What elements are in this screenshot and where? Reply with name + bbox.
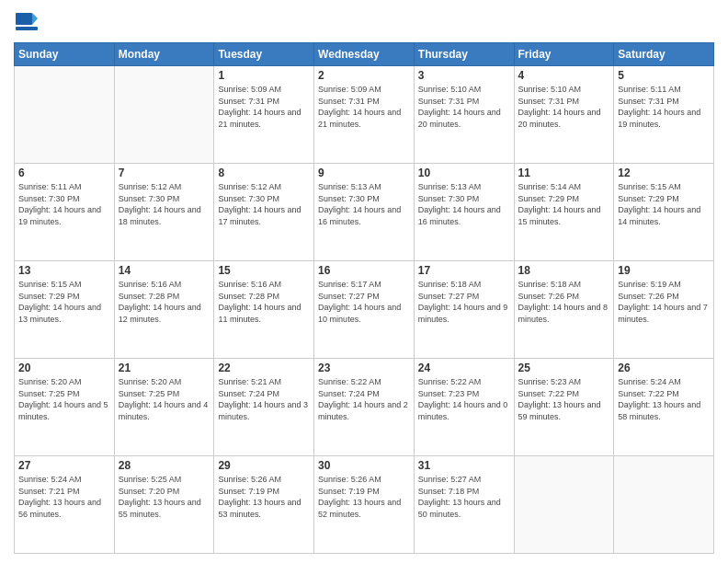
- day-number: 16: [318, 264, 410, 277]
- day-number: 17: [418, 264, 510, 277]
- day-info: Sunrise: 5:27 AMSunset: 7:18 PMDaylight:…: [418, 474, 510, 520]
- day-number: 10: [418, 167, 510, 179]
- day-number: 12: [618, 167, 710, 179]
- calendar-header-thursday: Thursday: [414, 43, 514, 66]
- day-info: Sunrise: 5:09 AMSunset: 7:31 PMDaylight:…: [218, 84, 310, 130]
- calendar-cell: 2Sunrise: 5:09 AMSunset: 7:31 PMDaylight…: [314, 66, 415, 164]
- day-info: Sunrise: 5:21 AMSunset: 7:24 PMDaylight:…: [218, 376, 310, 422]
- calendar-cell: [514, 456, 614, 554]
- calendar-cell: 17Sunrise: 5:18 AMSunset: 7:27 PMDayligh…: [414, 261, 514, 359]
- calendar-cell: 3Sunrise: 5:10 AMSunset: 7:31 PMDaylight…: [414, 66, 514, 164]
- day-number: 21: [119, 362, 210, 374]
- day-number: 31: [418, 459, 510, 472]
- calendar-cell: 20Sunrise: 5:20 AMSunset: 7:25 PMDayligh…: [15, 359, 115, 456]
- day-number: 30: [318, 459, 410, 472]
- day-info: Sunrise: 5:26 AMSunset: 7:19 PMDaylight:…: [318, 474, 410, 520]
- day-number: 24: [418, 362, 510, 374]
- logo: [14, 9, 43, 35]
- day-number: 28: [119, 459, 210, 472]
- calendar-cell: 23Sunrise: 5:22 AMSunset: 7:24 PMDayligh…: [314, 359, 415, 456]
- calendar-header-friday: Friday: [514, 43, 614, 66]
- day-number: 18: [518, 264, 610, 277]
- calendar-table: SundayMondayTuesdayWednesdayThursdayFrid…: [14, 42, 714, 554]
- calendar-cell: 28Sunrise: 5:25 AMSunset: 7:20 PMDayligh…: [114, 456, 214, 554]
- day-number: 23: [318, 362, 410, 374]
- calendar-cell: 13Sunrise: 5:15 AMSunset: 7:29 PMDayligh…: [15, 261, 115, 359]
- day-number: 13: [18, 264, 110, 277]
- day-number: 27: [18, 459, 110, 472]
- day-info: Sunrise: 5:13 AMSunset: 7:30 PMDaylight:…: [418, 181, 510, 227]
- calendar-cell: 31Sunrise: 5:27 AMSunset: 7:18 PMDayligh…: [414, 456, 514, 554]
- day-info: Sunrise: 5:15 AMSunset: 7:29 PMDaylight:…: [618, 181, 710, 227]
- day-info: Sunrise: 5:17 AMSunset: 7:27 PMDaylight:…: [318, 279, 410, 325]
- day-info: Sunrise: 5:25 AMSunset: 7:20 PMDaylight:…: [119, 474, 210, 520]
- calendar-header-monday: Monday: [114, 43, 214, 66]
- day-info: Sunrise: 5:19 AMSunset: 7:26 PMDaylight:…: [618, 279, 710, 325]
- svg-marker-1: [32, 13, 38, 25]
- calendar-cell: 10Sunrise: 5:13 AMSunset: 7:30 PMDayligh…: [414, 164, 514, 261]
- svg-rect-0: [16, 13, 32, 25]
- calendar-cell: 6Sunrise: 5:11 AMSunset: 7:30 PMDaylight…: [15, 164, 115, 261]
- calendar-cell: 16Sunrise: 5:17 AMSunset: 7:27 PMDayligh…: [314, 261, 415, 359]
- calendar-cell: 12Sunrise: 5:15 AMSunset: 7:29 PMDayligh…: [614, 164, 714, 261]
- calendar-week-row: 6Sunrise: 5:11 AMSunset: 7:30 PMDaylight…: [15, 164, 714, 261]
- calendar-cell: 22Sunrise: 5:21 AMSunset: 7:24 PMDayligh…: [214, 359, 314, 456]
- calendar-cell: [15, 66, 115, 164]
- day-info: Sunrise: 5:12 AMSunset: 7:30 PMDaylight:…: [218, 181, 310, 227]
- day-info: Sunrise: 5:15 AMSunset: 7:29 PMDaylight:…: [18, 279, 110, 325]
- day-number: 25: [518, 362, 610, 374]
- day-info: Sunrise: 5:20 AMSunset: 7:25 PMDaylight:…: [18, 376, 110, 422]
- calendar-cell: 8Sunrise: 5:12 AMSunset: 7:30 PMDaylight…: [214, 164, 314, 261]
- day-number: 19: [618, 264, 710, 277]
- day-info: Sunrise: 5:22 AMSunset: 7:23 PMDaylight:…: [418, 376, 510, 422]
- day-info: Sunrise: 5:11 AMSunset: 7:30 PMDaylight:…: [18, 181, 110, 227]
- calendar-cell: 15Sunrise: 5:16 AMSunset: 7:28 PMDayligh…: [214, 261, 314, 359]
- day-info: Sunrise: 5:22 AMSunset: 7:24 PMDaylight:…: [318, 376, 410, 422]
- logo-icon: [14, 9, 40, 35]
- day-number: 20: [18, 362, 110, 374]
- calendar-header-row: SundayMondayTuesdayWednesdayThursdayFrid…: [15, 43, 714, 66]
- calendar-cell: 24Sunrise: 5:22 AMSunset: 7:23 PMDayligh…: [414, 359, 514, 456]
- calendar-header-tuesday: Tuesday: [214, 43, 314, 66]
- day-number: 22: [218, 362, 310, 374]
- calendar-cell: 26Sunrise: 5:24 AMSunset: 7:22 PMDayligh…: [614, 359, 714, 456]
- calendar-cell: [114, 66, 214, 164]
- day-number: 29: [218, 459, 310, 472]
- day-number: 1: [218, 69, 310, 82]
- day-info: Sunrise: 5:12 AMSunset: 7:30 PMDaylight:…: [119, 181, 210, 227]
- calendar-week-row: 1Sunrise: 5:09 AMSunset: 7:31 PMDaylight…: [15, 66, 714, 164]
- day-number: 6: [18, 167, 110, 179]
- calendar-cell: 30Sunrise: 5:26 AMSunset: 7:19 PMDayligh…: [314, 456, 415, 554]
- calendar-cell: 1Sunrise: 5:09 AMSunset: 7:31 PMDaylight…: [214, 66, 314, 164]
- day-number: 14: [119, 264, 210, 277]
- calendar-header-wednesday: Wednesday: [314, 43, 415, 66]
- day-info: Sunrise: 5:18 AMSunset: 7:26 PMDaylight:…: [518, 279, 610, 325]
- calendar-cell: [614, 456, 714, 554]
- day-info: Sunrise: 5:09 AMSunset: 7:31 PMDaylight:…: [318, 84, 410, 130]
- calendar-cell: 21Sunrise: 5:20 AMSunset: 7:25 PMDayligh…: [114, 359, 214, 456]
- calendar-header-sunday: Sunday: [15, 43, 115, 66]
- calendar-cell: 11Sunrise: 5:14 AMSunset: 7:29 PMDayligh…: [514, 164, 614, 261]
- calendar-week-row: 13Sunrise: 5:15 AMSunset: 7:29 PMDayligh…: [15, 261, 714, 359]
- day-info: Sunrise: 5:24 AMSunset: 7:21 PMDaylight:…: [18, 474, 110, 520]
- calendar-week-row: 20Sunrise: 5:20 AMSunset: 7:25 PMDayligh…: [15, 359, 714, 456]
- calendar-cell: 19Sunrise: 5:19 AMSunset: 7:26 PMDayligh…: [614, 261, 714, 359]
- calendar-cell: 14Sunrise: 5:16 AMSunset: 7:28 PMDayligh…: [114, 261, 214, 359]
- calendar-cell: 27Sunrise: 5:24 AMSunset: 7:21 PMDayligh…: [15, 456, 115, 554]
- calendar-week-row: 27Sunrise: 5:24 AMSunset: 7:21 PMDayligh…: [15, 456, 714, 554]
- calendar-cell: 25Sunrise: 5:23 AMSunset: 7:22 PMDayligh…: [514, 359, 614, 456]
- calendar-cell: 9Sunrise: 5:13 AMSunset: 7:30 PMDaylight…: [314, 164, 415, 261]
- day-info: Sunrise: 5:16 AMSunset: 7:28 PMDaylight:…: [119, 279, 210, 325]
- day-number: 4: [518, 69, 610, 82]
- day-number: 11: [518, 167, 610, 179]
- calendar-cell: 4Sunrise: 5:10 AMSunset: 7:31 PMDaylight…: [514, 66, 614, 164]
- day-info: Sunrise: 5:14 AMSunset: 7:29 PMDaylight:…: [518, 181, 610, 227]
- calendar-header-saturday: Saturday: [614, 43, 714, 66]
- page: SundayMondayTuesdayWednesdayThursdayFrid…: [0, 0, 728, 563]
- day-info: Sunrise: 5:24 AMSunset: 7:22 PMDaylight:…: [618, 376, 710, 422]
- calendar-cell: 5Sunrise: 5:11 AMSunset: 7:31 PMDaylight…: [614, 66, 714, 164]
- svg-rect-2: [16, 27, 38, 30]
- day-number: 9: [318, 167, 410, 179]
- day-info: Sunrise: 5:10 AMSunset: 7:31 PMDaylight:…: [418, 84, 510, 130]
- day-number: 26: [618, 362, 710, 374]
